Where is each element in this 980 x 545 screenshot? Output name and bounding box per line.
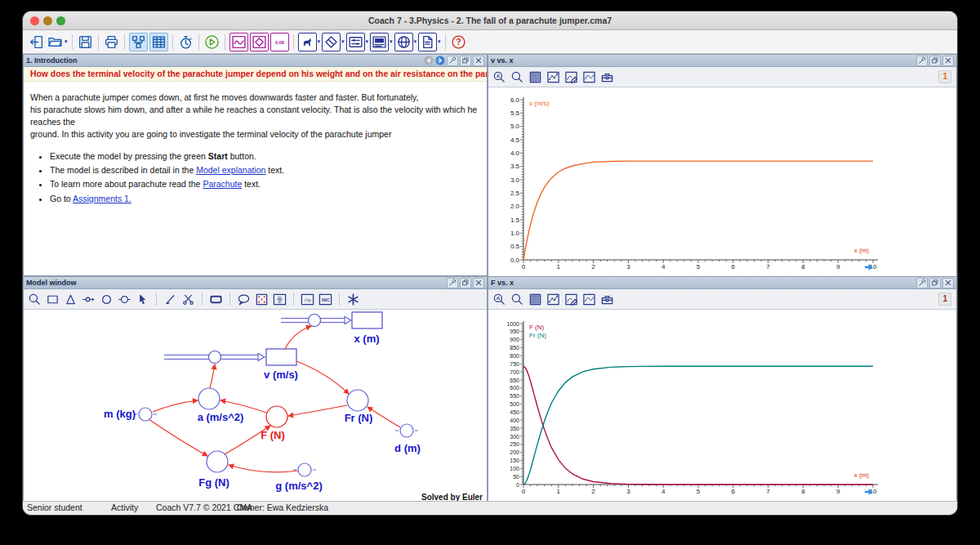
aux-button[interactable]	[100, 293, 114, 306]
diagram-button[interactable]	[229, 33, 248, 51]
web-button[interactable]: ▾	[394, 33, 417, 51]
wrench-button[interactable]	[447, 56, 458, 66]
wrench-button[interactable]	[916, 278, 928, 288]
wrench-button[interactable]	[916, 56, 928, 66]
control-panel-icon	[346, 33, 365, 51]
probe-button[interactable]	[163, 293, 177, 306]
zoom-fit-icon: A	[492, 70, 506, 84]
value-icon: 0.08	[270, 33, 289, 51]
table-button[interactable]	[149, 33, 168, 51]
star-button[interactable]	[346, 293, 360, 306]
chart-points-button[interactable]	[546, 293, 560, 306]
diagram-icon	[229, 33, 248, 51]
save-button[interactable]	[77, 34, 94, 51]
svg-text:6: 6	[732, 488, 736, 495]
screen-button[interactable]: ▾	[370, 33, 393, 51]
restore-button[interactable]	[929, 56, 941, 66]
chart-edit-button[interactable]	[564, 70, 578, 84]
dots-button[interactable]	[255, 293, 269, 306]
scissors-button[interactable]	[181, 293, 195, 306]
stock-button[interactable]	[46, 293, 60, 306]
link-model-explanation[interactable]: Model explanation	[196, 165, 265, 175]
toolbar-separator	[225, 34, 225, 50]
animation-button[interactable]: ▾	[298, 33, 321, 51]
restore-icon	[931, 279, 939, 287]
svg-text:700: 700	[510, 369, 519, 375]
svg-text:450: 450	[510, 409, 519, 415]
svg-text:950: 950	[510, 328, 519, 334]
v-graph-pane: v vs. x A1 0.00.51.01.52.02.53.03.54.04.…	[488, 54, 957, 276]
chart-preview-button[interactable]	[582, 293, 596, 306]
close-button[interactable]	[473, 278, 484, 288]
open-button[interactable]: ▾	[47, 34, 68, 51]
forward-button[interactable]	[435, 56, 445, 65]
model-canvas[interactable]: x (m)v (m/s)m (kg)a (m/s^2)F (N)Fg (N)g …	[24, 310, 487, 503]
chart-edit-icon	[564, 293, 578, 306]
zoom-button[interactable]	[510, 293, 524, 306]
chart-preview-button[interactable]	[582, 70, 596, 84]
formula-icon: √xy	[301, 293, 314, 306]
dxdt-icon: dxdt	[273, 293, 287, 306]
close-button[interactable]	[942, 278, 954, 288]
close-button[interactable]	[473, 56, 484, 66]
toolbar-separator	[202, 293, 203, 306]
back-button[interactable]	[424, 56, 434, 65]
grid-button[interactable]	[528, 70, 542, 84]
exit-button[interactable]	[28, 34, 45, 51]
svg-text:dx: dx	[278, 295, 283, 299]
comment-button[interactable]	[237, 293, 251, 306]
wrench-icon	[918, 279, 926, 287]
zoom-button[interactable]	[510, 70, 524, 84]
chart-edit-button[interactable]	[564, 293, 578, 306]
wrench-button[interactable]	[447, 278, 458, 288]
toolbox-button[interactable]	[600, 293, 614, 306]
zoom-button[interactable]	[28, 293, 42, 306]
restore-button[interactable]	[460, 56, 471, 66]
run-badge[interactable]: 1	[938, 293, 951, 306]
svg-text:0: 0	[522, 263, 526, 270]
eraser-button[interactable]: ▾	[322, 33, 345, 51]
intro-body: When a parachute jumper comes down, at f…	[24, 82, 487, 205]
dots-icon	[255, 293, 269, 306]
document-button[interactable]: ▾	[418, 33, 441, 51]
value-button[interactable]: 0.08	[270, 33, 289, 51]
f-graph-pane-header: F vs. x	[488, 277, 956, 289]
zoom-fit-button[interactable]: A	[492, 293, 506, 306]
intro-bullet: To learn more about parachute read the P…	[50, 178, 479, 190]
stopwatch-button[interactable]	[177, 34, 194, 51]
print-button[interactable]	[103, 34, 120, 51]
text-button[interactable]: ABC	[318, 293, 332, 306]
run-button[interactable]	[203, 34, 220, 51]
restore-button[interactable]	[460, 278, 471, 288]
toolbar-separator	[156, 293, 157, 306]
restore-button[interactable]	[929, 278, 941, 288]
svg-text:8: 8	[801, 263, 805, 270]
button-button[interactable]	[209, 293, 223, 306]
close-icon	[474, 279, 483, 287]
activity-options-button[interactable]	[129, 33, 148, 51]
const-button[interactable]	[118, 293, 131, 306]
link-assignments-1[interactable]: Assignments 1.	[73, 194, 131, 203]
svg-text:7: 7	[766, 263, 770, 270]
pointer-button[interactable]	[136, 293, 149, 306]
button-icon	[209, 293, 223, 306]
close-button[interactable]	[942, 56, 954, 66]
formula-button[interactable]: √xy	[301, 293, 314, 306]
svg-text:2: 2	[591, 488, 595, 495]
zoom-fit-button[interactable]: A	[492, 70, 506, 84]
flow-button[interactable]	[82, 293, 96, 306]
grid-button[interactable]	[528, 293, 542, 306]
print-icon	[103, 34, 120, 51]
dxdt-button[interactable]: dxdt	[273, 293, 287, 306]
chart-points-button[interactable]	[546, 70, 560, 84]
help-button[interactable]: ?	[450, 34, 467, 51]
control-panel-button[interactable]: ▾	[346, 33, 369, 51]
open-icon	[47, 34, 64, 51]
run-badge[interactable]: 1	[938, 70, 951, 83]
link-parachute[interactable]: Parachute	[203, 179, 242, 189]
cone-button[interactable]	[64, 293, 78, 306]
toolbox-button[interactable]	[600, 70, 614, 84]
v-graph-canvas[interactable]: 0.00.51.01.52.02.53.03.54.04.55.05.56.00…	[488, 87, 956, 278]
f-graph-canvas[interactable]: 0501001502002503003504004505005506006507…	[488, 310, 956, 503]
meter-button[interactable]	[250, 33, 269, 51]
